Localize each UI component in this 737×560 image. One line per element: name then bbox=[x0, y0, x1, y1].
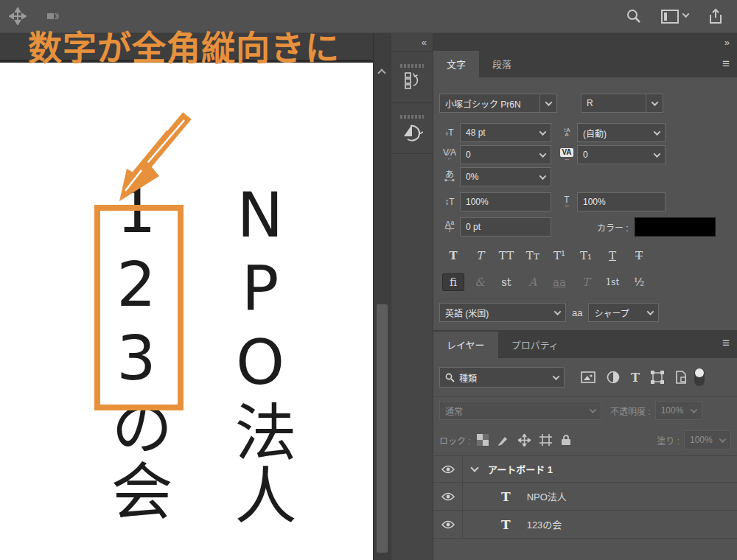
fill-input[interactable]: 100% bbox=[684, 430, 731, 449]
leading-select[interactable]: (自動) bbox=[577, 123, 666, 142]
lock-transparency-icon[interactable] bbox=[477, 434, 489, 446]
search-icon[interactable] bbox=[626, 8, 642, 24]
antialias-select[interactable]: シャープ bbox=[588, 303, 659, 322]
lock-pixels-icon[interactable] bbox=[497, 434, 509, 446]
vertical-scale-input[interactable]: 100% bbox=[460, 192, 551, 211]
visibility-toggle[interactable] bbox=[433, 456, 463, 482]
vertical-text-npo[interactable]: NPO法人 bbox=[229, 179, 291, 527]
photoshop-window: 数字が全角縦向きに 123の会 NPO法人 bbox=[0, 0, 737, 560]
contextual-alternates-button[interactable]: & bbox=[469, 273, 491, 291]
layers-panel: 種類 T 通常 bbox=[433, 358, 737, 560]
tsume-select[interactable]: 0% bbox=[460, 167, 551, 186]
document-area: 123の会 NPO法人 bbox=[0, 33, 373, 560]
visibility-toggle[interactable] bbox=[433, 511, 463, 538]
tracking-icon[interactable]: VA↔ bbox=[556, 148, 577, 161]
strikethrough-button[interactable]: T bbox=[628, 247, 650, 265]
move-tool-icon[interactable] bbox=[9, 7, 27, 25]
type-filter-icon[interactable]: T bbox=[631, 371, 640, 385]
scroll-up-arrow-icon[interactable] bbox=[377, 69, 385, 77]
underline-button[interactable]: T bbox=[601, 247, 624, 265]
all-caps-button[interactable]: TT bbox=[495, 247, 517, 265]
swash-button[interactable]: A bbox=[522, 273, 544, 291]
lock-all-icon[interactable] bbox=[561, 434, 571, 446]
layer-name[interactable]: アートボード 1 bbox=[488, 462, 553, 476]
panel-label bbox=[400, 64, 424, 68]
share-icon[interactable] bbox=[708, 8, 724, 24]
history-panel-button[interactable] bbox=[391, 102, 433, 154]
lock-artboard-icon[interactable] bbox=[539, 434, 552, 446]
horizontal-scale-input[interactable]: 100% bbox=[577, 192, 666, 211]
eye-icon bbox=[441, 492, 455, 501]
layer-row-text[interactable]: T NPO法人 bbox=[433, 483, 737, 511]
discretionary-ligatures-button[interactable]: st bbox=[495, 273, 517, 291]
type-layer-thumbnail[interactable]: T bbox=[501, 489, 511, 504]
ordinals-button[interactable]: 1st bbox=[601, 273, 624, 291]
ligatures-button[interactable]: fi bbox=[442, 273, 464, 291]
layer-name[interactable]: 123の会 bbox=[527, 517, 562, 531]
text-color-swatch[interactable] bbox=[635, 217, 716, 237]
layer-comps-panel-icon bbox=[402, 71, 422, 90]
smart-object-filter-icon[interactable] bbox=[675, 371, 687, 384]
layer-filter-select[interactable]: 種類 bbox=[439, 367, 565, 388]
collapsed-panel-dock: « bbox=[391, 33, 433, 560]
kerning-select[interactable]: 0 bbox=[460, 145, 551, 164]
adjustment-filter-icon[interactable] bbox=[607, 371, 620, 384]
tab-layers[interactable]: レイヤー bbox=[433, 332, 498, 358]
blend-mode-select[interactable]: 通常 bbox=[439, 401, 601, 420]
font-size-select[interactable]: 48 pt bbox=[460, 123, 551, 142]
titling-alternates-button[interactable]: T bbox=[575, 273, 597, 291]
image-filter-icon[interactable] bbox=[581, 371, 595, 383]
leading-icon[interactable]: ↕AA bbox=[556, 128, 577, 137]
color-label: カラー : bbox=[597, 221, 629, 234]
panel-menu-icon[interactable]: ≡ bbox=[722, 57, 730, 71]
type-layer-thumbnail[interactable]: T bbox=[501, 517, 511, 532]
character-panel-tabbar: 文字 段落 ≡ bbox=[433, 51, 737, 77]
screen-mode-icon[interactable] bbox=[661, 10, 688, 24]
shape-filter-icon[interactable] bbox=[651, 371, 664, 384]
stylistic-alternates-button[interactable]: aa bbox=[548, 273, 570, 291]
scrollbar-thumb[interactable] bbox=[377, 304, 388, 553]
vertical-scale-icon[interactable]: ↕T bbox=[439, 198, 460, 206]
layer-row-text[interactable]: T 123の会 bbox=[433, 511, 737, 539]
baseline-shift-icon[interactable]: Aª↕ bbox=[439, 221, 460, 233]
visibility-toggle[interactable] bbox=[433, 483, 463, 510]
canvas[interactable]: 123の会 NPO法人 bbox=[0, 63, 373, 560]
character-panel: 小塚ゴシック Pr6N R ᴛT 48 pt ↕AA (自動) bbox=[433, 77, 737, 330]
annotation-highlight-rect bbox=[94, 205, 184, 410]
antialias-icon: aa bbox=[572, 307, 582, 318]
expand-panels-button[interactable]: » bbox=[433, 33, 737, 51]
fractions-button[interactable]: ½ bbox=[628, 273, 650, 291]
opacity-input[interactable]: 100% bbox=[655, 401, 702, 420]
horizontal-scale-icon[interactable]: T↔ bbox=[556, 196, 577, 208]
font-family-select[interactable]: 小塚ゴシック Pr6N bbox=[439, 94, 557, 113]
expand-chevron-icon[interactable] bbox=[470, 463, 478, 472]
layer-row-artboard[interactable]: アートボード 1 bbox=[433, 456, 737, 483]
superscript-button[interactable]: T¹ bbox=[548, 247, 570, 265]
baseline-shift-input[interactable]: 0 pt bbox=[460, 217, 551, 237]
layer-comps-panel-button[interactable] bbox=[391, 51, 433, 102]
tracking-select[interactable]: 0 bbox=[577, 145, 666, 164]
tab-properties[interactable]: プロパティ bbox=[498, 332, 572, 358]
filter-toggle-switch[interactable] bbox=[694, 368, 705, 386]
font-size-icon[interactable]: ᴛT bbox=[439, 129, 460, 136]
faux-bold-button[interactable]: T bbox=[442, 247, 464, 265]
kerning-icon[interactable]: V⁄A← bbox=[439, 149, 460, 161]
lock-position-icon[interactable] bbox=[518, 434, 531, 447]
panel-menu-icon[interactable]: ≡ bbox=[722, 336, 730, 351]
panel-label bbox=[400, 115, 424, 119]
small-caps-button[interactable]: Tᴛ bbox=[522, 247, 544, 265]
layer-name[interactable]: NPO法人 bbox=[527, 489, 567, 503]
video-mute-icon[interactable] bbox=[47, 12, 59, 21]
subscript-button[interactable]: T₁ bbox=[575, 247, 597, 265]
tab-paragraph[interactable]: 段落 bbox=[479, 51, 525, 77]
faux-italic-button[interactable]: T bbox=[469, 247, 491, 265]
history-panel-icon bbox=[401, 122, 423, 142]
tab-character[interactable]: 文字 bbox=[433, 51, 479, 77]
canvas-vertical-scrollbar[interactable] bbox=[373, 33, 391, 560]
language-select[interactable]: 英語 (米国) bbox=[439, 303, 566, 322]
layer-list: アートボード 1 T NPO法人 T 123の会 bbox=[433, 455, 737, 539]
collapse-panels-button[interactable]: « bbox=[391, 33, 433, 51]
font-style-select[interactable]: R bbox=[581, 94, 663, 113]
tsume-icon[interactable]: あ⇤⇥ bbox=[439, 171, 460, 183]
fill-label: 塗り : bbox=[657, 434, 680, 447]
